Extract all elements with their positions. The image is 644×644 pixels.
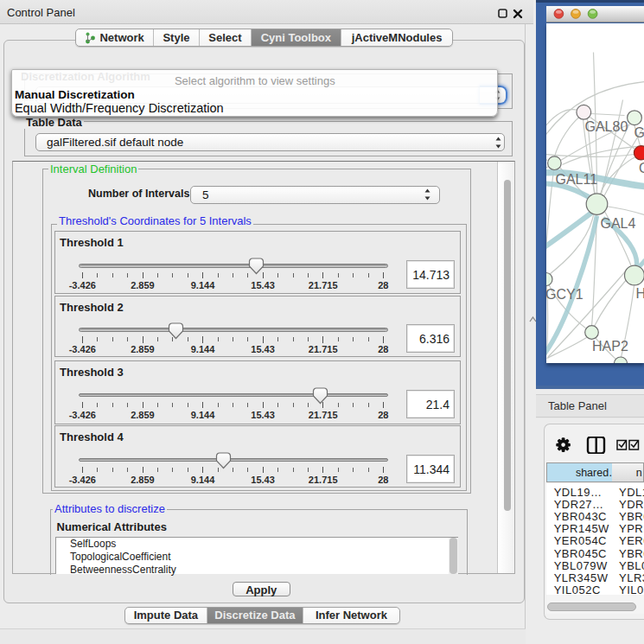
svg-text:GAL11: GAL11	[555, 171, 597, 186]
svg-text:GCY1: GCY1	[546, 286, 583, 301]
svg-text:GA: GA	[634, 124, 644, 139]
svg-text:GAL4: GAL4	[600, 215, 635, 230]
svg-text:HAP2: HAP2	[592, 339, 628, 354]
svg-text:H: H	[635, 285, 644, 300]
svg-text:C: C	[639, 160, 644, 175]
svg-text:GAL80: GAL80	[584, 119, 628, 134]
